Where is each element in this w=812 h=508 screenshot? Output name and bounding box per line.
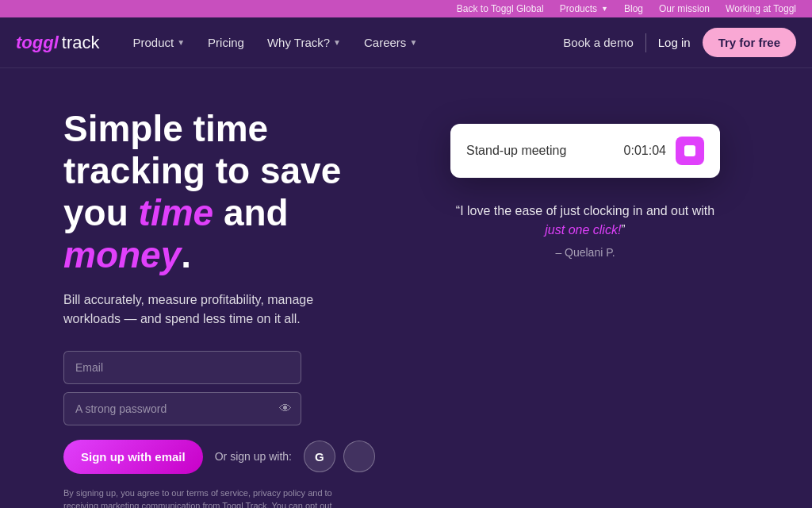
back-to-toggl-link[interactable]: Back to Toggl Global	[457, 3, 544, 14]
our-mission-link[interactable]: Our mission	[659, 3, 710, 14]
google-signin-button[interactable]: G	[304, 441, 335, 472]
email-input[interactable]	[63, 351, 301, 384]
time-highlight: time	[139, 192, 214, 233]
careers-chevron-icon: ▼	[409, 38, 417, 47]
blog-link[interactable]: Blog	[624, 3, 643, 14]
signup-row: Sign up with email Or sign up with: G	[63, 440, 390, 474]
logo-track: track	[62, 33, 100, 53]
top-bar: Back to Toggl Global Products ▼ Blog Our…	[0, 0, 812, 17]
nav-why-track[interactable]: Why Track? ▼	[258, 29, 350, 56]
timer-value: 0:01:04	[624, 144, 666, 158]
products-chevron-icon: ▼	[601, 5, 608, 13]
timer-right: 0:01:04	[624, 137, 704, 165]
password-wrapper: 👁	[63, 392, 301, 425]
hero-right: Stand-up meeting 0:01:04 “I love the eas…	[422, 108, 749, 508]
stop-icon	[684, 145, 695, 156]
testimonial-highlight: just one click!	[545, 223, 621, 237]
testimonial-author: – Quelani P.	[450, 246, 720, 259]
timer-label: Stand-up meeting	[466, 144, 566, 158]
hero-section: Simple time tracking to save you time an…	[0, 68, 812, 508]
stop-timer-button[interactable]	[676, 137, 704, 165]
hero-title: Simple time tracking to save you time an…	[63, 108, 390, 276]
nav-product[interactable]: Product ▼	[123, 29, 194, 56]
nav-links: Product ▼ Pricing Why Track? ▼ Careers ▼	[123, 29, 563, 56]
nav-careers[interactable]: Careers ▼	[354, 29, 427, 56]
product-chevron-icon: ▼	[177, 38, 185, 47]
logo-toggl: toggl	[16, 33, 59, 53]
testimonial-quote: “I love the ease of just clocking in and…	[450, 202, 720, 240]
apple-signin-button[interactable]	[343, 441, 375, 472]
main-nav: toggl track Product ▼ Pricing Why Track?…	[0, 17, 812, 68]
nav-right: Book a demo Log in Try for free	[563, 28, 796, 57]
nav-divider	[645, 33, 646, 52]
why-track-chevron-icon: ▼	[333, 38, 341, 47]
social-buttons: G	[304, 441, 375, 472]
google-icon: G	[315, 450, 324, 464]
hero-left: Simple time tracking to save you time an…	[63, 108, 390, 508]
terms-text: By signing up, you agree to our terms of…	[63, 487, 365, 508]
logo[interactable]: toggl track	[16, 33, 99, 53]
or-signup-label: Or sign up with:	[215, 450, 292, 463]
timer-card: Stand-up meeting 0:01:04	[450, 124, 720, 178]
testimonial: “I love the ease of just clocking in and…	[450, 202, 720, 259]
try-free-button[interactable]: Try for free	[703, 28, 796, 57]
book-demo-link[interactable]: Book a demo	[563, 36, 633, 49]
nav-pricing[interactable]: Pricing	[198, 29, 254, 56]
log-in-link[interactable]: Log in	[658, 36, 691, 49]
hero-subtitle: Bill accurately, measure profitability, …	[63, 291, 365, 329]
eye-icon[interactable]: 👁	[279, 402, 292, 416]
working-at-toggl-link[interactable]: Working at Toggl	[726, 3, 796, 14]
products-link[interactable]: Products ▼	[560, 3, 608, 14]
password-input[interactable]	[63, 392, 301, 425]
money-highlight: money	[63, 234, 181, 275]
signup-form: 👁	[63, 351, 301, 425]
signup-button[interactable]: Sign up with email	[63, 440, 203, 474]
